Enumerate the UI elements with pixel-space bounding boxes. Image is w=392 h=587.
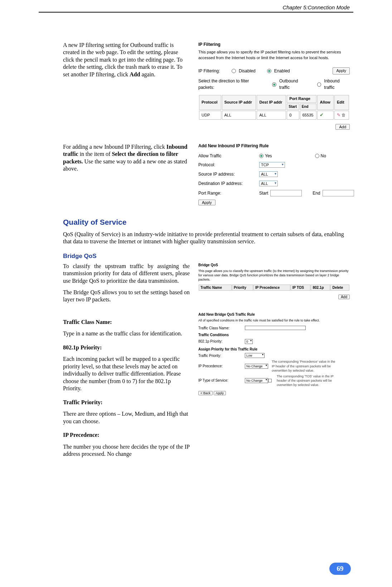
add-button[interactable]: Add xyxy=(335,124,350,130)
inbound-title: Add New Inbound IP Filtering Rule xyxy=(198,143,354,148)
apply-button[interactable]: Apply xyxy=(214,391,226,395)
traffic-class-name-label: Traffic Class Name: xyxy=(198,326,245,331)
add-inbound-panel: Add New Inbound IP Filtering Rule Allow … xyxy=(198,143,354,205)
col-start: Start xyxy=(287,104,299,110)
radio-no[interactable] xyxy=(315,154,319,158)
ip-tos-label: IP Type of Service: xyxy=(198,378,245,383)
enabled-label: Enabled xyxy=(274,68,290,74)
paragraph-inbound-filtering: For adding a new Inbound IP Filtering, c… xyxy=(63,143,190,173)
ip-precedence-label: IP Precedence: xyxy=(198,364,245,369)
traffic-priority-label: Traffic Priority: xyxy=(198,353,245,358)
ip-precedence-select[interactable]: No Change xyxy=(245,364,268,369)
panel-title: IP Filtering xyxy=(198,42,350,48)
allow-traffic-label: Allow Traffic xyxy=(198,153,259,158)
check-icon: ✔ xyxy=(320,112,324,118)
cell-srcip: ALL xyxy=(222,111,256,120)
ip-filter-table: Protocol Source IP addr Dest IP addr Por… xyxy=(198,94,350,120)
traffic-conditions-heading: Traffic Conditions xyxy=(198,333,350,338)
radio-disabled[interactable] xyxy=(232,69,236,73)
disabled-label: Disabled xyxy=(239,68,256,74)
bridge-qos-paragraph-1: To classify the upstream traffic by assi… xyxy=(63,263,190,285)
col-end: End xyxy=(300,104,317,110)
srcip-select[interactable]: ALL xyxy=(259,171,278,177)
radio-enabled[interactable] xyxy=(267,69,271,73)
bridge-add-button[interactable]: Add xyxy=(338,295,350,299)
back-button[interactable]: < Back xyxy=(198,391,213,395)
dstip-select[interactable]: ALL xyxy=(259,181,278,186)
radio-yes[interactable] xyxy=(259,154,263,158)
add-bridge-qos-rule-panel: Add New Bridge QoS Traffic Rule All of s… xyxy=(198,312,350,396)
text: For adding a new Inbound IP Filtering, c… xyxy=(63,144,166,150)
rule-title: Add New Bridge QoS Traffic Rule xyxy=(198,312,350,317)
inbound-label: Inbound traffic xyxy=(324,78,350,91)
col-protocol: Protocol xyxy=(199,95,221,110)
text: in the item of xyxy=(78,151,112,157)
col-priority: Priority xyxy=(232,285,253,291)
bridge-panel-title: Bridge QoS xyxy=(198,263,350,268)
quality-of-service-heading: Quality of Service xyxy=(63,218,350,226)
col-allow: Allow xyxy=(317,95,333,110)
radio-inbound[interactable] xyxy=(317,82,321,87)
col-precedence: IP Precedence xyxy=(253,285,290,291)
bold-add: Add xyxy=(130,71,140,77)
srcip-label: Source IP address: xyxy=(198,172,259,177)
ip-filtering-panel: IP Filtering This page allows you to spe… xyxy=(198,42,350,130)
bridge-qos-table: Traffic Name Priority IP Precedence IP T… xyxy=(198,284,350,291)
ip-tos-select[interactable]: No Change xyxy=(245,378,268,383)
cell-protocol: UDP xyxy=(199,111,221,120)
apply-button[interactable]: Apply xyxy=(198,200,216,205)
traffic-priority-select[interactable]: Low xyxy=(245,353,265,358)
field-ip-precedence-label: IP Precedence: xyxy=(63,431,190,439)
col-802-1p: 802.1p xyxy=(311,285,330,291)
tos-checkbox[interactable] xyxy=(268,379,272,382)
radio-outbound[interactable] xyxy=(272,82,276,87)
port-end-input[interactable] xyxy=(323,190,354,196)
dot1p-label: 802.1p Priority: xyxy=(198,339,245,344)
cell-start: 0 xyxy=(287,111,299,120)
bridge-qos-paragraph-2: The Bridge QoS allows you to set the set… xyxy=(63,289,190,304)
cell-allow: ✔ xyxy=(317,111,333,120)
paragraph-ipfilter-intro: A new IP filtering setting for Outbound … xyxy=(63,42,190,78)
bridge-panel-desc: This page allows you to classify the ups… xyxy=(198,269,350,282)
field-traffic-class-name-label: Traffic Class Name: xyxy=(63,319,190,326)
select-direction-label: Select the direction to filter packets: xyxy=(198,78,262,91)
text: again. xyxy=(140,71,155,77)
page-number: 69 xyxy=(329,563,351,575)
pencil-icon[interactable]: ✎ xyxy=(337,113,340,118)
cell-dstip: ALL xyxy=(257,111,286,120)
yes-label: Yes xyxy=(265,153,272,158)
rule-subtitle: All of specified conditions in the traff… xyxy=(198,318,350,323)
col-iptos: IP TOS xyxy=(291,285,311,291)
text: A new IP filtering setting for Outbound … xyxy=(63,42,183,77)
port-start-input[interactable] xyxy=(270,190,302,196)
port-range-label: Port Range: xyxy=(198,191,259,196)
col-portrange: Port Range xyxy=(287,95,316,103)
assign-priority-heading: Assign Priority for this Traffic Rule xyxy=(198,347,350,352)
trash-icon[interactable]: 🗑 xyxy=(342,113,346,118)
qos-intro-paragraph: QoS (Quality of Service) is an industry-… xyxy=(63,231,350,245)
col-edit: Edit xyxy=(334,95,349,110)
table-row: UDP ALL ALL 0 65535 ✔ ✎ 🗑 xyxy=(199,111,349,120)
traffic-class-name-input[interactable] xyxy=(245,326,306,330)
end-label: End xyxy=(313,191,320,196)
field-traffic-priority-label: Traffic Priority: xyxy=(63,399,190,406)
col-trafficname: Traffic Name xyxy=(199,285,232,291)
bridge-qos-heading: Bridge QoS xyxy=(63,253,350,260)
dot1p-select[interactable]: 0 xyxy=(245,339,253,344)
apply-button[interactable]: Apply xyxy=(333,67,350,75)
col-srcip: Source IP addr xyxy=(222,95,256,110)
header-rule xyxy=(39,12,353,13)
cell-end: 65535 xyxy=(300,111,317,120)
field-ip-precedence-text: The number you choose here decides the t… xyxy=(63,443,190,458)
field-traffic-priority-text: There are three options – Low, Medium, a… xyxy=(63,410,190,425)
protocol-label: Protocol: xyxy=(198,162,259,167)
field-802-1p-label: 802.1p Priority: xyxy=(63,344,190,351)
field-traffic-class-name-text: Type in a name as the traffic class for … xyxy=(63,330,190,337)
protocol-select[interactable]: TCP xyxy=(259,162,285,168)
precedence-note: The corresponding 'Precedence' value in … xyxy=(272,359,336,372)
chapter-header: Chapter 5:Connection Mode xyxy=(282,4,350,10)
col-dstip: Dest IP addr xyxy=(257,95,286,110)
start-label: Start xyxy=(259,191,268,196)
dstip-label: Destination IP address: xyxy=(198,181,259,186)
no-label: No xyxy=(321,153,326,158)
